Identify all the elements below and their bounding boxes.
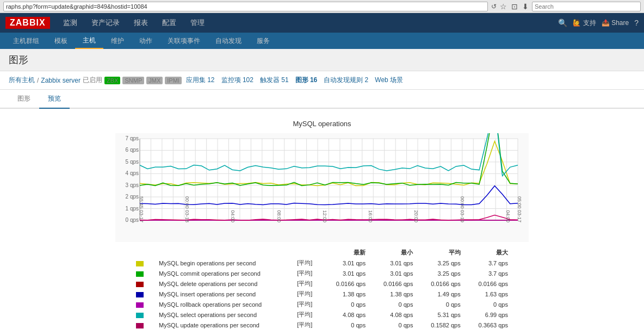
sec-nav-hostgroups[interactable]: 主机群组 (5, 34, 47, 48)
legend-label: MySQL select operations per second (154, 309, 293, 320)
reload-icon[interactable]: ↺ (491, 3, 497, 10)
browser-bar: ↺ ☆ ⊡ ⬇ (0, 0, 644, 13)
legend-avg: 1.49 qps (417, 289, 465, 299)
legend-max: 6.99 qps (465, 309, 512, 320)
legend-tag: [平均] (293, 289, 323, 299)
sec-nav-services[interactable]: 服务 (249, 34, 277, 48)
sec-nav-templates[interactable]: 模板 (47, 34, 75, 48)
legend-latest: 0.0166 qps (323, 278, 370, 289)
legend-header-max: 最大 (465, 247, 512, 258)
legend-latest: 0 qps (323, 320, 370, 329)
nav-item-admin[interactable]: 管理 (184, 15, 211, 31)
star-icon[interactable]: ☆ (500, 2, 507, 11)
legend-max: 0 qps (465, 299, 512, 309)
breadcrumb-sep1: / (37, 77, 39, 84)
tabs: 图形 预览 (0, 90, 644, 109)
legend-avg: 0.0166 qps (417, 278, 465, 289)
chart-title: MySQL operations (11, 120, 633, 128)
legend-label: MySQL insert operations per second (154, 289, 293, 299)
legend-latest: 4.08 qps (323, 309, 370, 320)
legend-color-cell (132, 258, 154, 268)
sec-nav-events[interactable]: 关联项事件 (160, 34, 208, 48)
legend-header-avg: 平均 (417, 247, 465, 258)
legend-max: 0.0166 qps (465, 278, 512, 289)
legend-label: MySQL delete operations per second (154, 278, 293, 289)
breadcrumb-all-hosts[interactable]: 所有主机 (9, 76, 35, 85)
legend-label: MySQL begin operations per second (154, 258, 293, 268)
legend-avg: 5.31 qps (417, 309, 465, 320)
nav-item-monitoring[interactable]: 监测 (57, 15, 84, 31)
legend-tag: [平均] (293, 258, 323, 268)
legend-max: 3.7 qps (465, 268, 512, 278)
tag-zbx[interactable]: ZBX (104, 77, 120, 84)
breadcrumb-appsets[interactable]: 应用集 12 (186, 76, 215, 85)
sec-nav-hosts[interactable]: 主机 (75, 33, 103, 49)
legend-row: MySQL begin operations per second [平均] 3… (132, 258, 512, 268)
legend-tag: [平均] (293, 268, 323, 278)
browser-search-input[interactable] (532, 2, 641, 11)
legend-color-cell (132, 278, 154, 289)
nav-item-assets[interactable]: 资产记录 (85, 15, 126, 31)
top-nav-right: 🔍 🙋 支持 📤 Share ? (558, 18, 639, 28)
legend-avg: 3.25 qps (417, 268, 465, 278)
legend-label: MySQL commit operations per second (154, 268, 293, 278)
breadcrumb-discovery[interactable]: 自动发现规则 2 (324, 76, 368, 85)
sec-nav-discovery[interactable]: 自动发现 (208, 34, 249, 48)
tab-graph[interactable]: 图形 (9, 90, 39, 109)
legend-label: MySQL update operations per second (154, 320, 293, 329)
help-icon[interactable]: ? (634, 18, 639, 27)
legend-color-cell (132, 289, 154, 299)
sec-nav-maintenance[interactable]: 维护 (103, 34, 132, 48)
nav-item-config[interactable]: 配置 (156, 15, 183, 31)
breadcrumb-monitors[interactable]: 监控项 102 (221, 76, 253, 85)
breadcrumb-triggers[interactable]: 触发器 51 (260, 76, 289, 85)
zabbix-logo: ZABBIX (5, 17, 50, 29)
chart-canvas (115, 133, 529, 242)
legend-color-cell (132, 299, 154, 309)
breadcrumb: 所有主机 / Zabbix server 已启用 ZBX SNMP JMX IP… (0, 71, 644, 90)
legend-min: 0.0166 qps (370, 278, 417, 289)
legend-row: MySQL rollback operations per second [平均… (132, 299, 512, 309)
legend-min: 0 qps (370, 320, 417, 329)
legend-tag: [平均] (293, 320, 323, 329)
support-link[interactable]: 🙋 支持 (573, 18, 596, 28)
home-icon[interactable]: ⊡ (511, 2, 518, 11)
page-content: 图形 所有主机 / Zabbix server 已启用 ZBX SNMP JMX… (0, 49, 644, 329)
tag-jmx[interactable]: JMX (146, 77, 163, 84)
legend-header-latest: 最新 (323, 247, 370, 258)
legend-label: MySQL rollback operations per second (154, 299, 293, 309)
chart-container: MySQL operations 最新 最小 平均 最大 MySQL begin… (0, 109, 644, 329)
tab-preview[interactable]: 预览 (39, 90, 70, 109)
top-nav: ZABBIX 监测 资产记录 报表 配置 管理 🔍 🙋 支持 📤 Share ? (0, 13, 644, 33)
breadcrumb-web[interactable]: Web 场景 (375, 76, 403, 85)
legend-max: 0.3663 qps (465, 320, 512, 329)
legend-latest: 1.38 qps (323, 289, 370, 299)
legend-header-min: 最小 (370, 247, 417, 258)
legend-min: 0 qps (370, 299, 417, 309)
breadcrumb-host[interactable]: Zabbix server (41, 77, 81, 84)
legend-latest: 0 qps (323, 299, 370, 309)
breadcrumb-status: 已启用 (83, 76, 102, 85)
legend-row: MySQL commit operations per second [平均] … (132, 268, 512, 278)
nav-item-reports[interactable]: 报表 (127, 15, 154, 31)
legend-latest: 3.01 qps (323, 258, 370, 268)
page-title: 图形 (0, 49, 644, 71)
sec-nav-actions[interactable]: 动作 (132, 34, 160, 48)
breadcrumb-graphs[interactable]: 图形 16 (295, 76, 318, 85)
sec-nav: 主机群组 模板 主机 维护 动作 关联项事件 自动发现 服务 (0, 33, 644, 49)
legend-max: 3.7 qps (465, 258, 512, 268)
legend-avg: 0 qps (417, 299, 465, 309)
legend-color-cell (132, 309, 154, 320)
legend-min: 3.01 qps (370, 268, 417, 278)
search-icon[interactable]: 🔍 (558, 18, 567, 27)
tag-ipmi[interactable]: IPMI (165, 77, 182, 84)
legend-color-cell (132, 268, 154, 278)
url-bar[interactable] (3, 2, 488, 11)
tag-snmp[interactable]: SNMP (122, 77, 144, 84)
download-icon[interactable]: ⬇ (522, 2, 529, 11)
legend-row: MySQL delete operations per second [平均] … (132, 278, 512, 289)
legend-tag: [平均] (293, 299, 323, 309)
legend-tag: [平均] (293, 309, 323, 320)
share-link[interactable]: 📤 Share (602, 19, 629, 27)
legend-row: MySQL insert operations per second [平均] … (132, 289, 512, 299)
